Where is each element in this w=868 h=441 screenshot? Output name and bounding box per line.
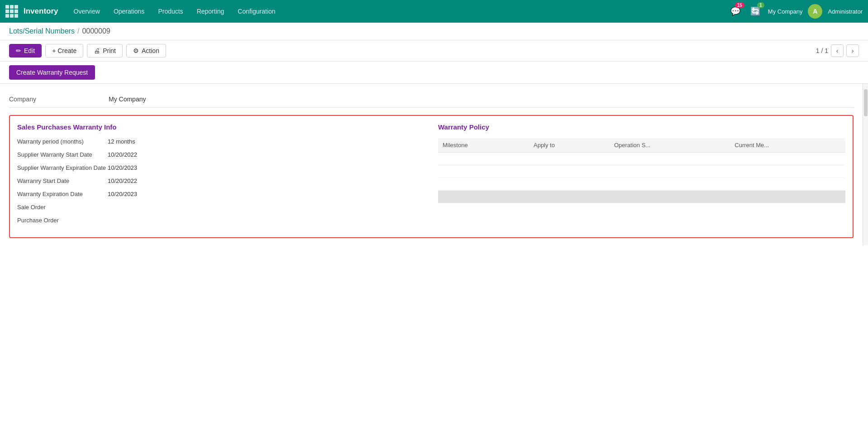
col-operation-s: Operation S... [610,138,730,153]
scrollbar-thumb[interactable] [864,89,868,116]
field-purchase-order: Purchase Order [17,217,424,224]
table-row [438,178,845,191]
avatar[interactable]: A [808,4,822,19]
table-row [438,153,845,165]
activity-badge: 1 [757,2,764,8]
nav-operations[interactable]: Operations [107,0,151,23]
warranty-info-panel: Sales Purchases Warranty Info Warranty p… [17,123,438,230]
supplier-start-value: 10/20/2022 [108,151,137,158]
field-sale-order: Sale Order [17,204,424,211]
username: Administrator [828,8,863,15]
nav-products[interactable]: Products [152,0,189,23]
company-row: Company My Company [9,91,854,108]
action-bar: ✏ Edit + Create 🖨 Print ⚙ Action 1 / 1 ‹… [0,40,868,62]
warranty-policy-title: Warranty Policy [438,123,845,131]
field-warranty-start: Warranry Start Date 10/20/2022 [17,177,424,184]
supplier-start-label: Supplier Warranty Start Date [17,151,108,158]
warranty-info-title: Sales Purchases Warranty Info [17,123,424,131]
col-apply-to: Apply to [529,138,610,153]
warranty-start-label: Warranry Start Date [17,177,108,184]
warranty-bar: Create Warranty Request [0,62,868,84]
edit-button[interactable]: ✏ Edit [9,44,42,58]
scrollbar[interactable] [863,84,868,245]
gear-icon: ⚙ [133,47,139,54]
print-button[interactable]: 🖨 Print [87,44,123,58]
sale-order-label: Sale Order [17,204,108,211]
supplier-exp-label: Supplier Warranty Expiration Date [17,164,108,171]
company-field-value: My Company [109,96,146,103]
chat-button[interactable]: 💬 15 [728,4,743,19]
next-page-button[interactable]: › [846,44,859,57]
field-supplier-start: Supplier Warranty Start Date 10/20/2022 [17,151,424,158]
warranty-exp-label: Warranty Expiration Date [17,191,108,197]
main-content: Company My Company Sales Purchases Warra… [0,84,863,245]
prev-page-button[interactable]: ‹ [831,44,844,57]
warranty-section: Sales Purchases Warranty Info Warranty p… [9,115,854,238]
breadcrumb: Lots/Serial Numbers / 0000009 [0,23,868,40]
page-nav: 1 / 1 ‹ › [816,44,859,57]
content-wrapper: Company My Company Sales Purchases Warra… [0,84,868,245]
field-supplier-exp: Supplier Warranty Expiration Date 10/20/… [17,164,424,171]
action-button[interactable]: ⚙ Action [126,44,166,58]
col-current-me: Current Me... [730,138,845,153]
create-button[interactable]: + Create [45,44,83,58]
page-info: 1 / 1 [816,47,828,54]
supplier-exp-value: 10/20/2023 [108,164,137,171]
app-brand: Inventory [24,7,58,16]
purchase-order-label: Purchase Order [17,217,108,224]
table-row [438,191,845,203]
apps-icon[interactable] [5,5,18,18]
edit-icon: ✏ [16,47,21,54]
breadcrumb-parent[interactable]: Lots/Serial Numbers [9,27,75,35]
nav-reporting[interactable]: Reporting [191,0,231,23]
col-milestone: Milestone [438,138,529,153]
field-warranty-period: Warranty period (months) 12 months [17,138,424,145]
nav-overview[interactable]: Overview [67,0,106,23]
company-name: My Company [768,8,803,15]
navbar-menu: Overview Operations Products Reporting C… [67,0,726,23]
warranty-policy-table: Milestone Apply to Operation S... Curren… [438,138,845,203]
chat-badge: 15 [735,2,744,8]
print-icon: 🖨 [94,47,100,54]
activity-button[interactable]: 🔄 1 [748,4,763,19]
navbar: Inventory Overview Operations Products R… [0,0,868,23]
breadcrumb-separator: / [77,27,79,35]
field-warranty-exp: Warranty Expiration Date 10/20/2023 [17,191,424,197]
navbar-right: 💬 15 🔄 1 My Company A Administrator [728,4,863,19]
warranty-policy-panel: Warranty Policy Milestone Apply to Opera… [438,123,845,230]
warranty-start-value: 10/20/2022 [108,177,137,184]
warranty-exp-value: 10/20/2023 [108,191,137,197]
table-row [438,165,845,178]
breadcrumb-current: 0000009 [82,27,110,35]
nav-configuration[interactable]: Configuration [231,0,281,23]
warranty-period-value: 12 months [108,138,135,145]
create-warranty-request-button[interactable]: Create Warranty Request [9,65,95,80]
company-field-label: Company [9,96,109,103]
warranty-period-label: Warranty period (months) [17,138,108,145]
